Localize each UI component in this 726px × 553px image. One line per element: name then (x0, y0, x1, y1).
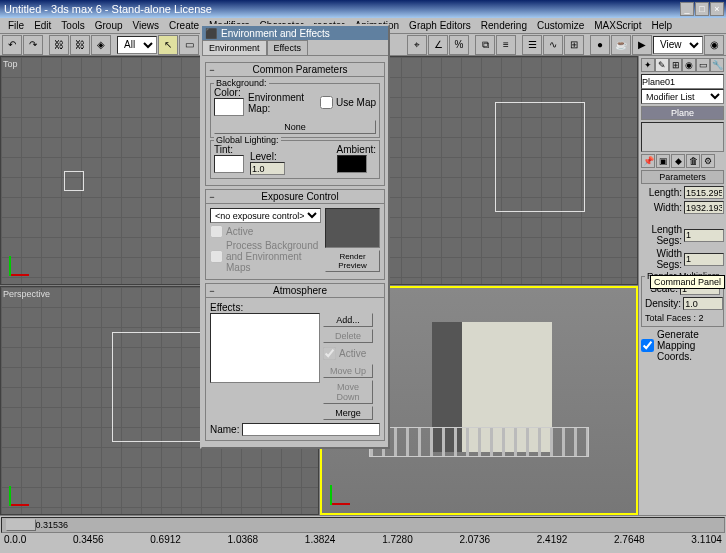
ambient-swatch[interactable] (337, 155, 367, 173)
align-button[interactable]: ≡ (496, 35, 516, 55)
menu-group[interactable]: Group (91, 19, 127, 32)
command-panel-tabs: ✦ ✎ ⊞ ◉ ▭ 🔧 (641, 58, 724, 72)
redo-button[interactable]: ↷ (23, 35, 43, 55)
exposure-combo[interactable]: <no exposure control> (210, 208, 321, 223)
environment-dialog: ⬛Environment and Effects Environment Eff… (200, 24, 390, 449)
undo-button[interactable]: ↶ (2, 35, 22, 55)
exposure-active-checkbox (210, 225, 223, 238)
gen-mapping-checkbox[interactable] (641, 339, 654, 352)
render-button[interactable]: ▶ (632, 35, 652, 55)
time-thumb[interactable] (6, 519, 36, 531)
tab-effects[interactable]: Effects (267, 40, 308, 55)
render-last-button[interactable]: ◉ (704, 35, 724, 55)
axis-gizmo (330, 475, 360, 505)
object-name-field[interactable] (641, 74, 724, 89)
curve-editor-button[interactable]: ∿ (543, 35, 563, 55)
bind-button[interactable]: ◈ (91, 35, 111, 55)
unlink-button[interactable]: ⛓ (70, 35, 90, 55)
title-bar: Untitled - 3ds max 6 - Stand-alone Licen… (0, 0, 726, 18)
display-tab[interactable]: ▭ (696, 58, 710, 72)
dialog-title[interactable]: ⬛Environment and Effects (202, 26, 388, 40)
effects-list[interactable] (210, 313, 320, 383)
remove-mod-button[interactable]: 🗑 (686, 154, 700, 168)
envmap-label: Environment Map: (248, 92, 316, 114)
modifier-list[interactable]: Modifier List (641, 89, 724, 104)
render-scene-button[interactable]: ☕ (611, 35, 631, 55)
create-tab[interactable]: ✦ (641, 58, 655, 72)
modifier-stack[interactable] (641, 122, 724, 152)
minimize-button[interactable]: _ (680, 2, 694, 16)
add-effect-button[interactable]: Add... (323, 313, 373, 327)
selection-filter[interactable]: All (117, 36, 157, 54)
maximize-button[interactable]: □ (695, 2, 709, 16)
menu-rendering[interactable]: Rendering (477, 19, 531, 32)
rollout-header[interactable]: Common Parameters (206, 63, 384, 77)
material-editor-button[interactable]: ● (590, 35, 610, 55)
parameters-rollout[interactable]: Parameters (641, 170, 724, 184)
tick: 0.6912 (150, 534, 181, 546)
layers-button[interactable]: ☰ (522, 35, 542, 55)
utilities-tab[interactable]: 🔧 (710, 58, 724, 72)
effect-name-input[interactable] (242, 423, 380, 436)
name-label: Name: (210, 424, 239, 435)
menu-tools[interactable]: Tools (57, 19, 88, 32)
menu-help[interactable]: Help (647, 19, 676, 32)
hierarchy-tab[interactable]: ⊞ (669, 58, 683, 72)
pin-stack-button[interactable]: 📌 (641, 154, 655, 168)
time-ruler[interactable]: 0.0.0 0.3456 0.6912 1.0368 1.3824 1.7280… (0, 534, 726, 546)
length-label: Length: (641, 187, 682, 198)
menu-edit[interactable]: Edit (30, 19, 55, 32)
link-button[interactable]: ⛓ (49, 35, 69, 55)
motion-tab[interactable]: ◉ (682, 58, 696, 72)
config-button[interactable]: ⚙ (701, 154, 715, 168)
render-preview-button[interactable]: Render Preview (325, 250, 380, 272)
ref-coord-system[interactable]: View (653, 36, 703, 54)
tick: 0.0.0 (4, 534, 26, 546)
show-result-button[interactable]: ▣ (656, 154, 670, 168)
menu-grapheditors[interactable]: Graph Editors (405, 19, 475, 32)
menu-maxscript[interactable]: MAXScript (590, 19, 645, 32)
tick: 1.7280 (382, 534, 413, 546)
merge-button[interactable]: Merge (323, 406, 373, 420)
width-input[interactable] (684, 201, 724, 214)
modify-tab[interactable]: ✎ (655, 58, 669, 72)
tab-environment[interactable]: Environment (202, 40, 267, 55)
time-slider[interactable]: 0.0 0 / 0.31536 (1, 517, 725, 533)
wsegs-input[interactable] (684, 253, 724, 266)
status-bar: 0.0 0 / 0.31536 0.0.0 0.3456 0.6912 1.03… (0, 515, 726, 553)
wireframe-object (112, 332, 212, 442)
snap-button[interactable]: ⌖ (407, 35, 427, 55)
schematic-button[interactable]: ⊞ (564, 35, 584, 55)
unique-button[interactable]: ◆ (671, 154, 685, 168)
exposure-rollout: Exposure Control <no exposure control> A… (205, 189, 385, 280)
modifier-stack-item[interactable]: Plane (641, 106, 724, 120)
length-input[interactable] (684, 186, 724, 199)
select-button[interactable]: ↖ (158, 35, 178, 55)
dialog-tabs: Environment Effects (202, 40, 388, 56)
rollout-header[interactable]: Atmosphere (206, 284, 384, 298)
bg-color-swatch[interactable] (214, 98, 244, 116)
tint-swatch[interactable] (214, 155, 244, 173)
effects-label: Effects: (210, 302, 380, 313)
menu-customize[interactable]: Customize (533, 19, 588, 32)
density-label: Density: (645, 298, 681, 309)
close-button[interactable]: × (710, 2, 724, 16)
wsegs-label: Width Segs: (641, 248, 682, 270)
window-title: Untitled - 3ds max 6 - Stand-alone Licen… (2, 3, 680, 15)
select-name-button[interactable]: ▭ (179, 35, 199, 55)
lsegs-input[interactable] (684, 229, 724, 242)
command-panel: ✦ ✎ ⊞ ◉ ▭ 🔧 Modifier List Plane 📌 ▣ ◆ 🗑 … (638, 56, 726, 515)
menu-file[interactable]: File (4, 19, 28, 32)
percent-snap-button[interactable]: % (449, 35, 469, 55)
angle-snap-button[interactable]: ∠ (428, 35, 448, 55)
usemap-checkbox[interactable] (320, 96, 333, 109)
level-input[interactable] (250, 162, 285, 175)
rollout-header[interactable]: Exposure Control (206, 190, 384, 204)
dialog-body: Common Parameters Background: Color: Env… (202, 56, 388, 447)
menu-create[interactable]: Create (165, 19, 203, 32)
menu-views[interactable]: Views (129, 19, 164, 32)
mirror-button[interactable]: ⧉ (475, 35, 495, 55)
level-label: Level: (250, 151, 285, 162)
envmap-none-button[interactable]: None (214, 120, 376, 134)
density-input[interactable] (683, 297, 723, 310)
